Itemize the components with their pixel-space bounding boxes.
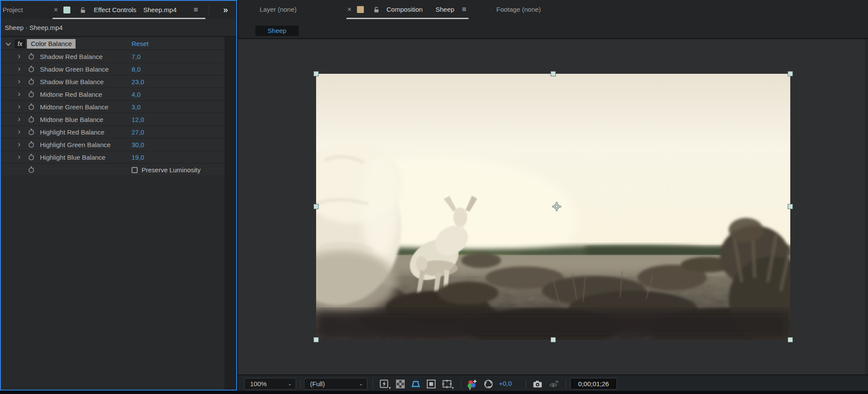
stopwatch-icon[interactable] — [27, 103, 35, 112]
expand-chevron-icon[interactable]: › — [18, 101, 20, 112]
unlock-icon[interactable] — [79, 7, 86, 13]
tab-footage[interactable]: Footage (none) — [496, 0, 541, 19]
effect-header-row[interactable]: fx Color Balance Reset — [1, 38, 224, 50]
toolbar-separator — [373, 379, 373, 388]
dropdown-arrow-icon: ▾ — [452, 386, 454, 390]
expand-chevron-icon[interactable]: › — [18, 151, 20, 162]
exposure-value[interactable]: +0,0 — [499, 375, 512, 392]
collapse-chevron-icon[interactable] — [5, 42, 11, 46]
param-value[interactable]: 8,0 — [132, 63, 141, 76]
param-label: Midtone Blue Balance — [40, 113, 103, 126]
expand-chevron-icon[interactable]: › — [18, 63, 20, 74]
param-value[interactable]: 3,0 — [132, 101, 141, 113]
effect-name[interactable]: Color Balance — [27, 39, 76, 49]
param-value[interactable]: 4,0 — [132, 88, 141, 101]
preserve-luminosity-checkbox[interactable] — [132, 167, 138, 173]
selection-handle-top-right[interactable] — [788, 71, 793, 76]
region-of-interest-button[interactable] — [426, 379, 436, 389]
param-label: Shadow Green Balance — [40, 63, 109, 76]
param-label: Shadow Blue Balance — [40, 76, 104, 88]
transparency-grid-button[interactable] — [396, 379, 405, 389]
mask-visibility-button[interactable] — [410, 379, 420, 389]
stopwatch-icon[interactable] — [27, 153, 35, 163]
stopwatch-icon[interactable] — [27, 90, 35, 100]
resolution-value: (Full) — [310, 378, 325, 389]
composition-viewport[interactable] — [238, 39, 868, 374]
after-effects-window: Project × Effect Controls Sheep.mp4 ≡ » … — [0, 0, 868, 394]
param-value[interactable]: 30,0 — [132, 138, 144, 151]
param-label: Highlight Red Balance — [40, 126, 104, 138]
toolbar-separator — [461, 379, 461, 388]
expand-chevron-icon[interactable]: › — [18, 50, 20, 62]
composition-layer-sheep-video[interactable] — [316, 74, 790, 340]
stopwatch-icon[interactable] — [27, 65, 35, 75]
selection-handle-bottom-center[interactable] — [551, 337, 556, 342]
param-label: Shadow Red Balance — [40, 50, 102, 63]
expand-chevron-icon[interactable]: › — [18, 76, 20, 87]
selection-handle-middle-left[interactable] — [314, 204, 319, 209]
expand-chevron-icon[interactable]: › — [18, 126, 20, 137]
resolution-dropdown[interactable]: (Full) ⌄ — [304, 378, 367, 390]
stopwatch-icon[interactable] — [27, 78, 35, 87]
param-label: Highlight Blue Balance — [40, 151, 106, 164]
selection-handle-top-center[interactable] — [551, 71, 556, 76]
param-value[interactable]: 7,0 — [132, 50, 141, 63]
timecode-value: 0;00;01;26 — [576, 378, 611, 389]
show-channel-button[interactable]: ▾ — [467, 379, 477, 389]
selection-handle-top-left[interactable] — [314, 71, 319, 76]
stopwatch-icon[interactable] — [27, 141, 35, 150]
viewer-toolbar: 100% ⌄ (Full) ⌄ ▾ — [238, 374, 868, 391]
stopwatch-icon[interactable] — [27, 115, 35, 125]
param-value[interactable]: 12,0 — [132, 113, 144, 126]
preserve-luminosity-label: Preserve Luminosity — [142, 164, 201, 176]
close-icon[interactable]: × — [347, 0, 351, 19]
param-row: › Midtone Blue Balance 12,0 — [1, 113, 224, 126]
selection-handle-middle-right[interactable] — [788, 204, 793, 209]
overflow-chevrons-icon[interactable]: » — [223, 1, 228, 18]
tab-composition-target[interactable]: Sheep — [436, 0, 454, 19]
reset-button[interactable]: Reset — [132, 38, 149, 50]
take-snapshot-button[interactable] — [532, 379, 542, 389]
expand-chevron-icon[interactable]: › — [18, 113, 20, 125]
tab-layer[interactable]: Layer (none) — [260, 0, 297, 19]
tab-composition[interactable]: Composition — [386, 0, 422, 19]
viewer-tabbar: Layer (none) × Composition Sheep ≡ Foota… — [238, 0, 868, 19]
show-snapshot-button[interactable] — [549, 379, 558, 389]
stopwatch-icon[interactable] — [27, 166, 35, 175]
tab-effect-controls[interactable]: Effect Controls — [94, 1, 136, 19]
param-value[interactable]: 23,0 — [132, 76, 144, 88]
expand-chevron-icon[interactable]: › — [18, 88, 20, 99]
composition-viewer-tab[interactable]: Sheep — [255, 26, 299, 36]
param-row: › Highlight Green Balance 30,0 — [1, 138, 224, 151]
adjust-exposure-button[interactable] — [484, 379, 493, 389]
fx-badge-icon[interactable]: fx — [15, 39, 25, 48]
close-icon[interactable]: × — [54, 1, 58, 19]
panel-menu-icon[interactable]: ≡ — [194, 1, 198, 19]
current-time-field[interactable]: 0;00;01;26 — [570, 378, 617, 390]
param-row: › Midtone Red Balance 4,0 — [1, 88, 224, 101]
magnification-dropdown[interactable]: 100% ⌄ — [244, 378, 296, 390]
panel-menu-icon[interactable]: ≡ — [462, 0, 466, 19]
tab-effect-controls-target[interactable]: Sheep.mp4 — [143, 1, 177, 19]
param-value[interactable]: 19,0 — [132, 151, 144, 164]
unlock-icon[interactable] — [373, 6, 380, 13]
param-value[interactable]: 27,0 — [132, 126, 144, 138]
stopwatch-icon[interactable] — [27, 53, 35, 62]
magnification-value: 100% — [250, 378, 267, 389]
grid-and-guides-button[interactable]: ▾ — [442, 379, 452, 389]
tab-project[interactable]: Project — [3, 1, 23, 19]
toolbar-separator — [526, 379, 526, 388]
param-row: › Shadow Blue Balance 23,0 — [1, 76, 224, 88]
selection-handle-bottom-left[interactable] — [314, 337, 319, 342]
panel-color-square[interactable] — [63, 7, 70, 13]
expand-chevron-icon[interactable]: › — [18, 138, 20, 150]
preserve-luminosity-row: Preserve Luminosity — [1, 164, 224, 176]
dropdown-arrow-icon: ▾ — [469, 387, 471, 391]
composition-panel: Layer (none) × Composition Sheep ≡ Foota… — [238, 0, 868, 394]
stopwatch-icon[interactable] — [27, 128, 35, 138]
fast-previews-button[interactable]: ▾ — [380, 379, 389, 389]
panel-color-square[interactable] — [357, 6, 364, 13]
tab-separator — [209, 5, 209, 15]
selection-handle-bottom-right[interactable] — [788, 337, 793, 342]
anchor-point-icon[interactable] — [551, 201, 562, 212]
